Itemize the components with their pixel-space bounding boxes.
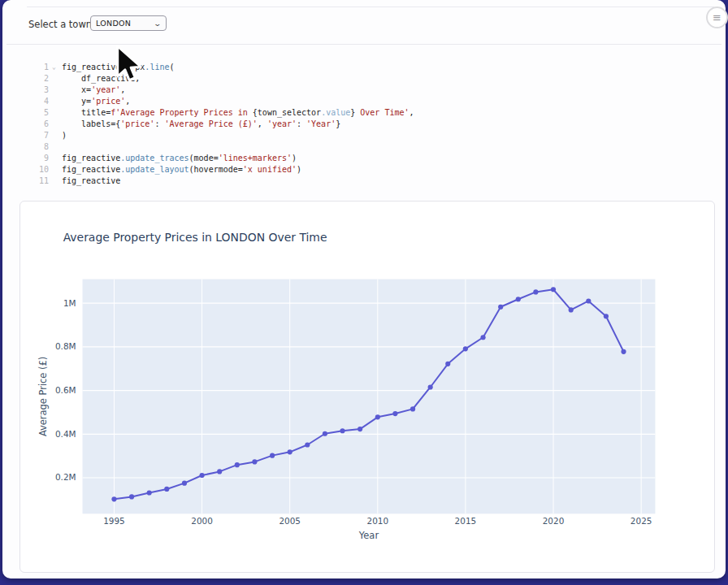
x-axis-title: Year <box>358 530 379 541</box>
notebook-menu-button[interactable]: ≡ <box>706 6 728 28</box>
hamburger-icon: ≡ <box>713 12 722 23</box>
data-point-marker[interactable] <box>305 442 310 447</box>
code-line[interactable]: 7) <box>19 130 716 141</box>
data-point-marker[interactable] <box>270 453 275 458</box>
code-line[interactable]: 4 y='price', <box>19 96 716 107</box>
code-text: fig_reactive = px.line( <box>62 62 175 73</box>
property-price-line-chart[interactable]: 19952000200520102015202020250.2M0.4M0.6M… <box>20 202 714 572</box>
x-tick-label: 2005 <box>279 516 301 526</box>
y-tick-label: 0.6M <box>55 385 76 395</box>
fold-chevron-icon[interactable]: ⌄ <box>52 62 62 73</box>
data-point-marker[interactable] <box>217 469 222 474</box>
data-point-marker[interactable] <box>621 349 626 354</box>
line-number: 9 <box>19 153 52 164</box>
x-tick-label: 1995 <box>103 516 125 526</box>
data-point-marker[interactable] <box>392 411 397 416</box>
line-number: 2 <box>19 73 52 84</box>
fold-spacer <box>52 153 62 164</box>
fold-spacer <box>52 119 62 130</box>
data-point-marker[interactable] <box>340 428 344 433</box>
code-line[interactable]: 10fig_reactive.update_layout(hovermode='… <box>19 164 716 176</box>
chart-title: Average Property Prices in LONDON Over T… <box>63 231 327 244</box>
data-point-marker[interactable] <box>129 494 134 499</box>
fold-spacer <box>52 176 62 187</box>
data-point-marker[interactable] <box>463 346 468 351</box>
data-point-marker[interactable] <box>533 289 538 294</box>
data-point-marker[interactable] <box>604 314 609 318</box>
data-point-marker[interactable] <box>516 297 521 301</box>
town-select-dropdown[interactable]: LONDON ⌄ <box>90 15 167 31</box>
line-number: 7 <box>19 130 52 141</box>
town-select-value: LONDON <box>96 19 131 28</box>
code-line[interactable]: 9fig_reactive.update_traces(mode='lines+… <box>19 153 716 164</box>
line-number: 4 <box>19 96 52 107</box>
code-text: title=f'Average Property Prices in {town… <box>62 107 414 119</box>
data-point-marker[interactable] <box>147 490 152 495</box>
fold-spacer <box>52 130 62 141</box>
data-point-marker[interactable] <box>569 307 574 312</box>
data-point-marker[interactable] <box>445 362 450 366</box>
fold-spacer <box>52 107 62 119</box>
code-text: fig_reactive <box>62 176 120 187</box>
line-number: 8 <box>19 141 52 153</box>
x-tick-label: 2010 <box>367 516 389 526</box>
code-line[interactable]: 8 <box>19 141 716 153</box>
code-text: fig_reactive.update_layout(hovermode='x … <box>62 164 301 176</box>
fold-spacer <box>52 73 62 84</box>
line-number: 11 <box>19 176 52 187</box>
data-point-marker[interactable] <box>586 298 591 303</box>
plot-area[interactable] <box>83 280 656 514</box>
fold-spacer <box>52 164 62 176</box>
data-point-marker[interactable] <box>358 427 362 431</box>
data-point-marker[interactable] <box>288 449 292 454</box>
notebook-window: Select a town: LONDON ⌄ ≡ 1⌄fig_reactive… <box>2 0 726 578</box>
data-point-marker[interactable] <box>164 487 169 492</box>
data-point-marker[interactable] <box>410 406 415 411</box>
code-text <box>62 141 67 153</box>
data-point-marker[interactable] <box>375 414 380 419</box>
chevron-down-icon: ⌄ <box>154 20 162 28</box>
fold-spacer <box>52 96 62 107</box>
code-line[interactable]: 3 x='year', <box>19 84 716 96</box>
line-number: 6 <box>19 119 52 130</box>
line-number: 10 <box>19 164 52 176</box>
data-point-marker[interactable] <box>323 431 327 436</box>
code-editor[interactable]: 1⌄fig_reactive = px.line(2 df_reactive,3… <box>19 62 716 187</box>
code-text: labels={'price': 'Average Price (£)', 'y… <box>62 119 340 130</box>
data-point-marker[interactable] <box>428 384 433 389</box>
line-number: 1 <box>19 62 52 73</box>
code-text: y='price', <box>62 96 130 107</box>
code-text: ) <box>62 130 67 141</box>
code-line[interactable]: 1⌄fig_reactive = px.line( <box>19 62 716 73</box>
town-select-label: Select a town: <box>28 19 95 30</box>
data-point-marker[interactable] <box>480 335 485 340</box>
fold-spacer <box>52 141 62 153</box>
data-point-marker[interactable] <box>182 481 187 486</box>
y-tick-label: 0.2M <box>55 472 76 482</box>
data-point-marker[interactable] <box>111 496 116 501</box>
code-text: df_reactive, <box>62 73 140 84</box>
code-line[interactable]: 5 title=f'Average Property Prices in {to… <box>19 107 716 119</box>
code-text: fig_reactive.update_traces(mode='lines+m… <box>62 153 297 164</box>
y-tick-label: 0.4M <box>55 429 76 439</box>
x-tick-label: 2000 <box>191 516 213 526</box>
fold-spacer <box>52 84 62 96</box>
x-tick-label: 2015 <box>455 516 477 526</box>
x-tick-label: 2020 <box>543 516 565 526</box>
code-line[interactable]: 2 df_reactive, <box>19 73 716 84</box>
y-axis-title: Average Price (£) <box>37 357 49 436</box>
chart-output-card: 19952000200520102015202020250.2M0.4M0.6M… <box>20 201 715 573</box>
data-point-marker[interactable] <box>551 287 556 292</box>
data-point-marker[interactable] <box>252 459 257 464</box>
x-tick-label: 2025 <box>630 516 652 526</box>
widget-toolbar: Select a town: LONDON ⌄ <box>6 6 722 45</box>
data-point-marker[interactable] <box>235 462 240 467</box>
code-line[interactable]: 6 labels={'price': 'Average Price (£)', … <box>19 119 716 130</box>
code-line[interactable]: 11fig_reactive <box>19 176 716 187</box>
y-tick-label: 0.8M <box>55 341 76 351</box>
line-number: 3 <box>19 84 52 96</box>
data-point-marker[interactable] <box>200 473 205 478</box>
data-point-marker[interactable] <box>498 305 503 310</box>
code-text: x='year', <box>62 84 125 96</box>
y-tick-label: 1M <box>63 298 76 308</box>
